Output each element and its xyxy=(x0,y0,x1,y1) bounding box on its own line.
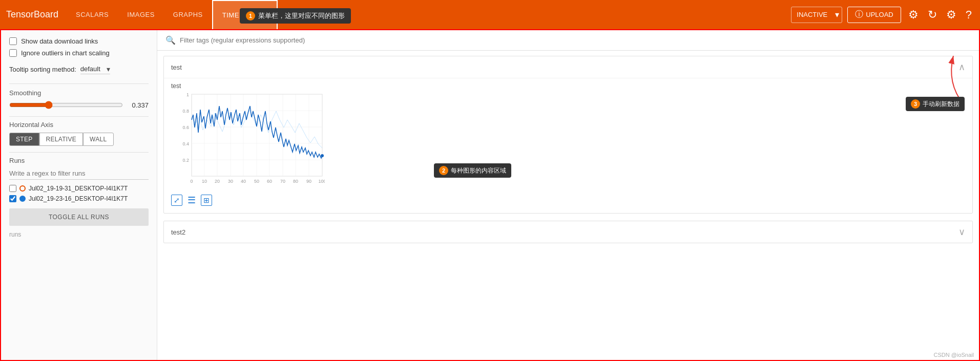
chart-section-2-title: test2 xyxy=(171,228,185,236)
svg-text:10: 10 xyxy=(202,179,207,184)
runs-filter-input[interactable] xyxy=(9,167,149,180)
svg-text:0.8: 0.8 xyxy=(182,109,189,114)
svg-text:0: 0 xyxy=(190,179,193,184)
svg-text:70: 70 xyxy=(280,179,285,184)
axis-step-button[interactable]: STEP xyxy=(9,133,39,146)
content-area: 🔍 test ∧ test xyxy=(157,30,979,360)
axis-wall-button[interactable]: WALL xyxy=(83,133,113,146)
tooltip-text-3: 手动刷新数据 xyxy=(923,100,960,109)
runs-label: Runs xyxy=(9,157,149,164)
run-1-checkbox[interactable] xyxy=(9,185,16,192)
svg-text:1: 1 xyxy=(186,92,189,97)
download-chart-button[interactable]: ☰ xyxy=(186,194,197,207)
refresh-icon[interactable]: ↻ xyxy=(926,6,939,24)
divider-1 xyxy=(9,83,149,84)
callout-num-3: 3 xyxy=(911,99,920,109)
axis-relative-button[interactable]: RELATIVE xyxy=(39,133,84,146)
filter-bar: 🔍 xyxy=(157,30,979,51)
chart-section-2-header: test2 ∨ xyxy=(164,221,972,243)
divider-3 xyxy=(9,152,149,153)
ignore-outliers-checkbox[interactable] xyxy=(9,49,17,57)
expand-chart-button[interactable]: ⤢ xyxy=(171,195,182,206)
smoothing-label: Smoothing xyxy=(9,89,149,97)
chart-section-1-collapse-button[interactable]: ∧ xyxy=(958,61,965,73)
svg-text:100: 100 xyxy=(318,179,325,184)
tooltip-sort-label: Tooltip sorting method: xyxy=(9,66,76,73)
callout-num-2: 2 xyxy=(439,166,448,175)
svg-text:0.6: 0.6 xyxy=(182,125,189,130)
app-logo: TensorBoard xyxy=(6,9,58,20)
run-2-circle-icon xyxy=(19,196,26,202)
runs-footer-label: runs xyxy=(9,231,149,238)
smoothing-slider[interactable] xyxy=(9,101,123,109)
settings-chart-button[interactable]: ⊞ xyxy=(201,195,212,206)
chart-section-2-expand-button[interactable]: ∨ xyxy=(958,226,965,238)
chart-section-1: test ∧ test xyxy=(163,56,973,214)
run-2-checkbox[interactable] xyxy=(9,195,16,202)
help-icon[interactable]: ? xyxy=(964,6,974,24)
main-layout: Show data download links Ignore outliers… xyxy=(0,29,980,361)
tab-graphs[interactable]: GRAPHS xyxy=(164,0,212,29)
callout-num-1: 1 xyxy=(246,11,255,20)
smoothing-value: 0.337 xyxy=(128,101,149,109)
runs-section: Runs Jul02_19-19-31_DESKTOP-I4I1K7T Jul0… xyxy=(9,157,149,238)
sidebar: Show data download links Ignore outliers… xyxy=(1,30,157,360)
tab-scalars[interactable]: SCALARS xyxy=(67,0,118,29)
show-download-links-checkbox[interactable] xyxy=(9,37,17,45)
ignore-outliers-label: Ignore outliers in chart scaling xyxy=(21,49,110,57)
gear-icon[interactable]: ⚙ xyxy=(944,6,958,24)
svg-text:50: 50 xyxy=(254,179,259,184)
app-header: TensorBoard SCALARS IMAGES GRAPHS TIME S… xyxy=(0,0,980,29)
toggle-all-runs-button[interactable]: TOGGLE ALL RUNS xyxy=(9,208,149,226)
smoothing-row: 0.337 xyxy=(9,101,149,109)
upload-button[interactable]: ⓘ UPLOAD xyxy=(847,7,901,23)
inactive-select[interactable]: INACTIVE xyxy=(791,7,842,23)
search-icon: 🔍 xyxy=(165,35,176,45)
tooltip-sort-row: Tooltip sorting method: default ▾ xyxy=(9,64,149,74)
svg-text:30: 30 xyxy=(228,179,233,184)
run-1-circle-icon xyxy=(19,185,26,192)
chart-icon-buttons: ⤢ ☰ ⊞ xyxy=(171,192,965,211)
watermark: CSDN @ioSnail xyxy=(934,352,974,358)
tooltip-text-1: 菜单栏，这里对应不同的图形 xyxy=(258,11,345,20)
horizontal-axis-label: Horizontal Axis xyxy=(9,121,149,129)
run-1-label: Jul02_19-19-31_DESKTOP-I4I1K7T xyxy=(29,185,128,192)
svg-text:40: 40 xyxy=(241,179,246,184)
run-row-1: Jul02_19-19-31_DESKTOP-I4I1K7T xyxy=(9,185,149,192)
inactive-wrapper: INACTIVE ▾ xyxy=(791,7,842,23)
upload-icon: ⓘ xyxy=(855,9,863,20)
ignore-outliers-checkbox-row[interactable]: Ignore outliers in chart scaling xyxy=(9,49,149,57)
chart-1-name: test xyxy=(171,82,965,90)
divider-2 xyxy=(9,116,149,117)
chart-section-2: test2 ∨ xyxy=(163,221,973,243)
header-right: INACTIVE ▾ ⓘ UPLOAD ⚙ ↻ ⚙ ? xyxy=(791,6,974,24)
chart-section-1-header: test ∧ xyxy=(164,56,972,78)
show-download-links-label: Show data download links xyxy=(21,37,98,45)
chart-section-1-title: test xyxy=(171,63,182,71)
tooltip-sort-select-wrapper: default ▾ xyxy=(80,64,110,74)
smoothing-section: Smoothing 0.337 xyxy=(9,89,149,112)
svg-text:90: 90 xyxy=(306,179,311,184)
chart-1-svg: 1 0.8 0.6 0.4 0.2 0 10 20 30 40 50 60 70… xyxy=(171,92,325,192)
run-row-2: Jul02_19-23-16_DESKTOP-I4I1K7T xyxy=(9,195,149,202)
upload-label: UPLOAD xyxy=(866,11,893,18)
show-download-links-checkbox-row[interactable]: Show data download links xyxy=(9,37,149,45)
svg-text:20: 20 xyxy=(215,179,220,184)
tooltip-text-2: 每种图形的内容区域 xyxy=(451,166,506,175)
filter-tags-input[interactable] xyxy=(180,36,971,44)
svg-text:0.4: 0.4 xyxy=(182,141,189,146)
svg-rect-0 xyxy=(192,94,322,176)
tooltip-balloon-1: 1 菜单栏，这里对应不同的图形 xyxy=(240,8,351,24)
tab-images[interactable]: IMAGES xyxy=(118,0,164,29)
svg-point-34 xyxy=(321,154,324,157)
axis-buttons: STEP RELATIVE WALL xyxy=(9,133,149,146)
settings-icon[interactable]: ⚙ xyxy=(906,6,921,24)
chart-section-1-body: test xyxy=(164,78,972,213)
run-2-label: Jul02_19-23-16_DESKTOP-I4I1K7T xyxy=(29,195,128,202)
tooltip-balloon-2: 2 每种图形的内容区域 xyxy=(434,163,511,178)
svg-text:80: 80 xyxy=(293,179,298,184)
tooltip-sort-select[interactable]: default xyxy=(80,64,110,74)
svg-text:0.2: 0.2 xyxy=(182,158,189,163)
tooltip-balloon-3: 3 手动刷新数据 xyxy=(906,97,965,111)
horizontal-axis-section: Horizontal Axis STEP RELATIVE WALL xyxy=(9,121,149,146)
